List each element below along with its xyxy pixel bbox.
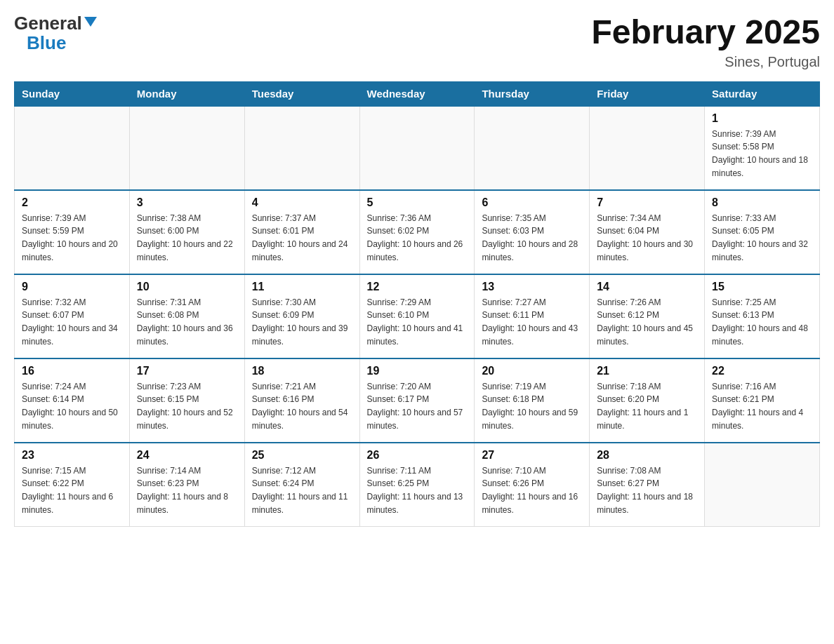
day-info: Sunrise: 7:19 AM Sunset: 6:18 PM Dayligh… bbox=[482, 380, 582, 432]
col-tuesday: Tuesday bbox=[244, 81, 359, 106]
day-number: 28 bbox=[597, 449, 697, 462]
day-number: 9 bbox=[22, 281, 122, 293]
day-info: Sunrise: 7:15 AM Sunset: 6:22 PM Dayligh… bbox=[22, 464, 122, 516]
day-number: 27 bbox=[482, 449, 582, 462]
table-row: 22Sunrise: 7:16 AM Sunset: 6:21 PM Dayli… bbox=[705, 358, 820, 443]
table-row: 14Sunrise: 7:26 AM Sunset: 6:12 PM Dayli… bbox=[590, 274, 705, 358]
table-row: 19Sunrise: 7:20 AM Sunset: 6:17 PM Dayli… bbox=[359, 358, 475, 443]
day-info: Sunrise: 7:30 AM Sunset: 6:09 PM Dayligh… bbox=[252, 296, 352, 348]
table-row: 5Sunrise: 7:36 AM Sunset: 6:02 PM Daylig… bbox=[359, 190, 475, 274]
day-info: Sunrise: 7:26 AM Sunset: 6:12 PM Dayligh… bbox=[597, 296, 697, 348]
day-number: 12 bbox=[367, 281, 468, 293]
day-info: Sunrise: 7:31 AM Sunset: 6:08 PM Dayligh… bbox=[137, 296, 237, 348]
calendar-week-row: 1Sunrise: 7:39 AM Sunset: 5:58 PM Daylig… bbox=[15, 106, 820, 190]
day-info: Sunrise: 7:10 AM Sunset: 6:26 PM Dayligh… bbox=[482, 464, 582, 516]
day-info: Sunrise: 7:35 AM Sunset: 6:03 PM Dayligh… bbox=[482, 212, 582, 264]
day-info: Sunrise: 7:39 AM Sunset: 5:58 PM Dayligh… bbox=[712, 128, 812, 180]
day-info: Sunrise: 7:24 AM Sunset: 6:14 PM Dayligh… bbox=[22, 380, 122, 432]
day-number: 11 bbox=[252, 281, 352, 293]
table-row bbox=[590, 106, 705, 190]
day-number: 24 bbox=[137, 449, 237, 462]
table-row bbox=[705, 443, 820, 527]
table-row: 16Sunrise: 7:24 AM Sunset: 6:14 PM Dayli… bbox=[15, 358, 130, 443]
day-number: 25 bbox=[252, 449, 352, 462]
day-info: Sunrise: 7:25 AM Sunset: 6:13 PM Dayligh… bbox=[712, 296, 812, 348]
day-info: Sunrise: 7:12 AM Sunset: 6:24 PM Dayligh… bbox=[252, 464, 352, 516]
table-row: 24Sunrise: 7:14 AM Sunset: 6:23 PM Dayli… bbox=[129, 443, 244, 527]
day-info: Sunrise: 7:29 AM Sunset: 6:10 PM Dayligh… bbox=[367, 296, 468, 348]
col-friday: Friday bbox=[590, 81, 705, 106]
page-header: General Blue February 2025 Sines, Portug… bbox=[14, 14, 820, 70]
col-sunday: Sunday bbox=[15, 81, 130, 106]
table-row bbox=[475, 106, 590, 190]
calendar-table: Sunday Monday Tuesday Wednesday Thursday… bbox=[14, 81, 820, 528]
table-row: 6Sunrise: 7:35 AM Sunset: 6:03 PM Daylig… bbox=[475, 190, 590, 274]
table-row bbox=[359, 106, 475, 190]
day-info: Sunrise: 7:36 AM Sunset: 6:02 PM Dayligh… bbox=[367, 212, 468, 264]
table-row: 28Sunrise: 7:08 AM Sunset: 6:27 PM Dayli… bbox=[590, 443, 705, 527]
day-number: 2 bbox=[22, 196, 122, 209]
day-number: 22 bbox=[712, 365, 812, 377]
day-number: 4 bbox=[252, 196, 352, 209]
table-row: 11Sunrise: 7:30 AM Sunset: 6:09 PM Dayli… bbox=[244, 274, 359, 358]
col-monday: Monday bbox=[129, 81, 244, 106]
day-number: 19 bbox=[367, 365, 468, 377]
day-info: Sunrise: 7:23 AM Sunset: 6:15 PM Dayligh… bbox=[137, 380, 237, 432]
logo-blue-text: Blue bbox=[27, 32, 66, 53]
table-row: 9Sunrise: 7:32 AM Sunset: 6:07 PM Daylig… bbox=[15, 274, 130, 358]
table-row: 7Sunrise: 7:34 AM Sunset: 6:04 PM Daylig… bbox=[590, 190, 705, 274]
col-thursday: Thursday bbox=[475, 81, 590, 106]
table-row bbox=[15, 106, 130, 190]
day-info: Sunrise: 7:39 AM Sunset: 5:59 PM Dayligh… bbox=[22, 212, 122, 264]
day-number: 8 bbox=[712, 196, 812, 209]
day-info: Sunrise: 7:38 AM Sunset: 6:00 PM Dayligh… bbox=[137, 212, 237, 264]
table-row: 13Sunrise: 7:27 AM Sunset: 6:11 PM Dayli… bbox=[475, 274, 590, 358]
table-row: 4Sunrise: 7:37 AM Sunset: 6:01 PM Daylig… bbox=[244, 190, 359, 274]
day-number: 10 bbox=[137, 281, 237, 293]
month-title: February 2025 bbox=[591, 14, 820, 51]
day-number: 13 bbox=[482, 281, 582, 293]
day-number: 23 bbox=[22, 449, 122, 462]
table-row: 25Sunrise: 7:12 AM Sunset: 6:24 PM Dayli… bbox=[244, 443, 359, 527]
location: Sines, Portugal bbox=[591, 54, 820, 70]
day-info: Sunrise: 7:18 AM Sunset: 6:20 PM Dayligh… bbox=[597, 380, 697, 432]
day-number: 21 bbox=[597, 365, 697, 377]
day-number: 1 bbox=[712, 112, 812, 125]
table-row: 2Sunrise: 7:39 AM Sunset: 5:59 PM Daylig… bbox=[15, 190, 130, 274]
day-number: 17 bbox=[137, 365, 237, 377]
calendar-week-row: 16Sunrise: 7:24 AM Sunset: 6:14 PM Dayli… bbox=[15, 358, 820, 443]
calendar-week-row: 9Sunrise: 7:32 AM Sunset: 6:07 PM Daylig… bbox=[15, 274, 820, 358]
day-number: 20 bbox=[482, 365, 582, 377]
logo: General Blue bbox=[14, 14, 97, 54]
table-row: 1Sunrise: 7:39 AM Sunset: 5:58 PM Daylig… bbox=[705, 106, 820, 190]
table-row: 15Sunrise: 7:25 AM Sunset: 6:13 PM Dayli… bbox=[705, 274, 820, 358]
table-row: 3Sunrise: 7:38 AM Sunset: 6:00 PM Daylig… bbox=[129, 190, 244, 274]
day-info: Sunrise: 7:37 AM Sunset: 6:01 PM Dayligh… bbox=[252, 212, 352, 264]
day-number: 3 bbox=[137, 196, 237, 209]
table-row: 10Sunrise: 7:31 AM Sunset: 6:08 PM Dayli… bbox=[129, 274, 244, 358]
table-row: 8Sunrise: 7:33 AM Sunset: 6:05 PM Daylig… bbox=[705, 190, 820, 274]
title-block: February 2025 Sines, Portugal bbox=[591, 14, 820, 70]
day-info: Sunrise: 7:34 AM Sunset: 6:04 PM Dayligh… bbox=[597, 212, 697, 264]
table-row: 17Sunrise: 7:23 AM Sunset: 6:15 PM Dayli… bbox=[129, 358, 244, 443]
table-row: 23Sunrise: 7:15 AM Sunset: 6:22 PM Dayli… bbox=[15, 443, 130, 527]
day-info: Sunrise: 7:33 AM Sunset: 6:05 PM Dayligh… bbox=[712, 212, 812, 264]
table-row bbox=[244, 106, 359, 190]
day-number: 7 bbox=[597, 196, 697, 209]
col-wednesday: Wednesday bbox=[359, 81, 475, 106]
day-info: Sunrise: 7:16 AM Sunset: 6:21 PM Dayligh… bbox=[712, 380, 812, 432]
day-info: Sunrise: 7:20 AM Sunset: 6:17 PM Dayligh… bbox=[367, 380, 468, 432]
day-info: Sunrise: 7:21 AM Sunset: 6:16 PM Dayligh… bbox=[252, 380, 352, 432]
logo-general-text: General bbox=[14, 14, 82, 32]
day-number: 6 bbox=[482, 196, 582, 209]
logo-triangle-icon bbox=[84, 17, 97, 27]
day-number: 5 bbox=[367, 196, 468, 209]
day-number: 16 bbox=[22, 365, 122, 377]
calendar-week-row: 23Sunrise: 7:15 AM Sunset: 6:22 PM Dayli… bbox=[15, 443, 820, 527]
day-number: 18 bbox=[252, 365, 352, 377]
day-info: Sunrise: 7:32 AM Sunset: 6:07 PM Dayligh… bbox=[22, 296, 122, 348]
day-number: 14 bbox=[597, 281, 697, 293]
day-info: Sunrise: 7:11 AM Sunset: 6:25 PM Dayligh… bbox=[367, 464, 468, 516]
table-row: 27Sunrise: 7:10 AM Sunset: 6:26 PM Dayli… bbox=[475, 443, 590, 527]
table-row: 18Sunrise: 7:21 AM Sunset: 6:16 PM Dayli… bbox=[244, 358, 359, 443]
